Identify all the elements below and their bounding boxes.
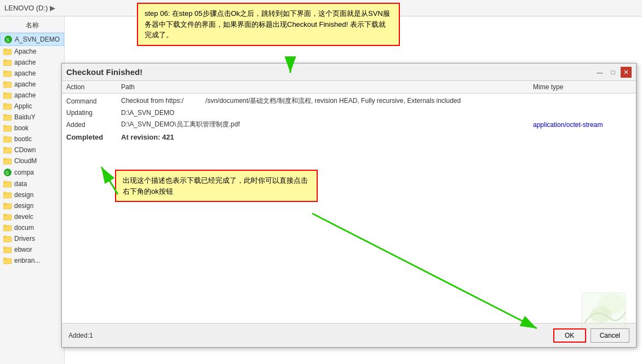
sidebar-item-data[interactable]: data (0, 178, 64, 189)
svg-rect-21 (3, 147, 7, 149)
svg-rect-41 (3, 258, 7, 259)
sidebar-item-apache1[interactable]: Apache (0, 46, 64, 57)
sidebar-label-drivers: Drivers (14, 235, 35, 242)
folder-icon-design1 (3, 191, 12, 199)
callout-top-text: step 06: 在step 05步骤点击Ok之后，跳转到如下界面，这个页面就是… (145, 9, 390, 39)
svg-rect-7 (3, 71, 7, 72)
sidebar-label-design2: design (14, 202, 33, 210)
folder-icon-baiduy (3, 113, 12, 121)
dialog-footer: Added:1 OK Cancel (62, 323, 636, 347)
svg-rect-39 (3, 247, 7, 249)
sidebar-label-apache4: apache (14, 80, 36, 88)
cell-action-3: Added (66, 121, 121, 129)
col-header-path: Path (121, 83, 533, 91)
folder-icon-bootlc (3, 135, 12, 143)
svg-rect-5 (3, 60, 7, 61)
svg-rect-37 (3, 236, 7, 238)
svg-rect-27 (3, 181, 7, 183)
close-icon: ✕ (623, 68, 629, 76)
sidebar-item-apache4[interactable]: apache (0, 79, 64, 90)
dialog-content: Action Path Mime type Command Checkout f… (62, 81, 636, 323)
sidebar-item-cdown[interactable]: CDown (0, 145, 64, 155)
folder-icon-cdown (3, 146, 12, 154)
svg-rect-9 (3, 82, 7, 83)
table-body: Command Checkout from https:/ /svn/docum… (62, 94, 636, 323)
folder-icon-cloudm (3, 157, 12, 165)
sidebar-label-compa: compa (14, 169, 34, 176)
cell-path-3: D:\A_SVN_DEMO\员工离职管理制度.pdf (121, 120, 533, 129)
sidebar-item-apache5[interactable]: apache (0, 90, 64, 101)
sidebar-label-enbran: enbran... (14, 257, 40, 264)
sidebar-item-drivers[interactable]: Drivers (0, 233, 64, 244)
sidebar-item-baiduy[interactable]: BaiduY (0, 112, 64, 123)
sidebar-item-applic[interactable]: Applic (0, 101, 64, 112)
sidebar-item-ebwor[interactable]: ebwor (0, 244, 64, 255)
sidebar: 名称 S A_SVN_DEMO Apache apache apache apa… (0, 16, 65, 364)
sidebar-header: 名称 (0, 16, 64, 33)
folder-icon-ebwor (3, 246, 12, 253)
folder-icon-5 (3, 91, 12, 99)
dialog-controls: — □ ✕ (594, 67, 632, 78)
col-header-action: Action (66, 83, 121, 91)
sidebar-item-cloudm[interactable]: CloudM (0, 155, 64, 166)
sidebar-item-enbran[interactable]: enbran... (0, 255, 64, 266)
sidebar-item-compa[interactable]: S compa (0, 166, 64, 178)
minimize-button[interactable]: — (594, 67, 605, 78)
sidebar-item-develc[interactable]: develc (0, 211, 64, 222)
table-row: Command Checkout from https:/ /svn/docum… (62, 95, 636, 107)
sidebar-item-book[interactable]: book (0, 123, 64, 134)
sidebar-label-cloudm: CloudM (14, 157, 37, 165)
sidebar-item-docum[interactable]: docum (0, 222, 64, 233)
sidebar-label-data: data (14, 180, 27, 188)
sidebar-label-baiduy: BaiduY (14, 113, 36, 121)
ok-button[interactable]: OK (553, 328, 586, 343)
folder-icon-3 (3, 70, 12, 77)
sidebar-label-apache3: apache (14, 70, 36, 77)
svg-text:S: S (5, 170, 9, 176)
sidebar-label-book: book (14, 124, 28, 132)
sidebar-item-apache3[interactable]: apache (0, 68, 64, 79)
maximize-button[interactable]: □ (607, 67, 618, 78)
svg-rect-31 (3, 203, 7, 205)
table-row: Updating D:\A_SVN_DEMO (62, 107, 636, 118)
title-bar-arrow: ▶ (50, 4, 55, 12)
sidebar-item-apache2[interactable]: apache (0, 57, 64, 68)
sidebar-label-bootlc: bootlc (14, 135, 32, 143)
sidebar-label-ebwor: ebwor (14, 246, 32, 253)
sidebar-item-design2[interactable]: design (0, 200, 64, 211)
folder-icon-design2 (3, 202, 12, 210)
callout-middle: 出现这个描述也表示下载已经完成了，此时你可以直接点击右下角的ok按钮 (115, 170, 318, 202)
folder-icon-book (3, 124, 12, 132)
sidebar-item-bootlc[interactable]: bootlc (0, 134, 64, 145)
callout-middle-text: 出现这个描述也表示下载已经完成了，此时你可以直接点击右下角的ok按钮 (123, 176, 308, 195)
callout-top: step 06: 在step 05步骤点击Ok之后，跳转到如下界面，这个页面就是… (137, 3, 400, 46)
sidebar-item-a-svn-demo[interactable]: S A_SVN_DEMO (0, 33, 64, 46)
completed-label: Completed (66, 133, 121, 141)
sidebar-label-design1: design (14, 191, 33, 199)
svg-rect-33 (3, 214, 7, 216)
dialog-title: Checkout Finished! (66, 67, 142, 77)
title-bar-text: LENOVO (D:) (4, 4, 48, 12)
sidebar-label-apache2: apache (14, 59, 36, 66)
folder-icon-drivers (3, 235, 12, 242)
sidebar-label-apache1: Apache (14, 48, 37, 55)
sidebar-label-applic: Applic (14, 102, 32, 110)
table-row: Added D:\A_SVN_DEMO\员工离职管理制度.pdf applica… (62, 118, 636, 131)
cell-action-2: Updating (66, 109, 121, 117)
close-button[interactable]: ✕ (621, 67, 632, 78)
svn-green-icon-compa: S (3, 168, 12, 177)
sidebar-label-docum: docum (14, 224, 34, 232)
svg-rect-35 (3, 225, 7, 227)
maximize-icon: □ (611, 69, 615, 76)
sidebar-item-label-svn-demo: A_SVN_DEMO (15, 36, 60, 43)
footer-status: Added:1 (68, 332, 93, 339)
cell-mime-3: application/octet-stream (533, 121, 632, 129)
completed-row: Completed At revision: 421 (62, 131, 636, 143)
cell-action-1: Command (66, 97, 121, 105)
sidebar-label-develc: develc (14, 213, 33, 221)
cancel-button[interactable]: Cancel (591, 328, 629, 343)
folder-icon (3, 48, 12, 55)
sidebar-item-design1[interactable]: design (0, 189, 64, 200)
sidebar-label-cdown: CDown (14, 146, 36, 154)
sidebar-label-apache5: apache (14, 91, 36, 99)
